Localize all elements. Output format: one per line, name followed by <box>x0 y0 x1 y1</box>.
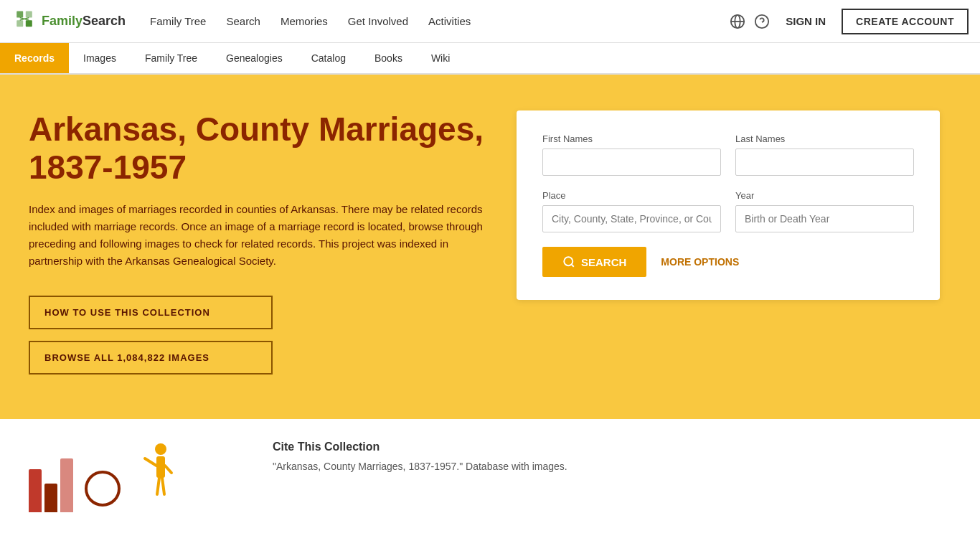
svg-line-12 <box>571 264 573 266</box>
search-row-names: First Names Last Names <box>542 133 914 176</box>
bar-3 <box>60 458 73 512</box>
logo-icon <box>11 9 37 34</box>
year-field: Year <box>735 190 914 232</box>
main-nav: Family Tree Search Memories Get Involved… <box>143 11 730 32</box>
create-account-button[interactable]: CREATE ACCOUNT <box>842 9 969 34</box>
place-input[interactable] <box>542 205 721 232</box>
search-row-place-year: Place Year <box>542 190 914 232</box>
first-names-input[interactable] <box>542 149 721 176</box>
hero-section: Arkansas, County Marriages, 1837-1957 In… <box>0 75 980 419</box>
svg-point-11 <box>564 257 573 265</box>
nav-search[interactable]: Search <box>219 11 268 32</box>
top-navigation: FamilySearch Family Tree Search Memories… <box>0 0 980 43</box>
first-names-field: First Names <box>542 133 721 176</box>
illustration-circle-group <box>85 471 121 509</box>
search-card: First Names Last Names Place Year <box>517 110 940 300</box>
nav-activities[interactable]: Activities <box>421 11 478 32</box>
globe-icon-button[interactable] <box>730 14 745 29</box>
how-to-use-button[interactable]: HOW TO USE THIS COLLECTION <box>29 296 273 329</box>
tab-books[interactable]: Books <box>360 43 417 73</box>
nav-right: SIGN IN CREATE ACCOUNT <box>730 9 969 34</box>
hero-left: Arkansas, County Marriages, 1837-1957 In… <box>29 110 488 375</box>
search-button[interactable]: SEARCH <box>542 247 646 277</box>
tab-records[interactable]: Records <box>0 43 69 73</box>
nav-family-tree[interactable]: Family Tree <box>143 11 213 32</box>
svg-line-16 <box>165 466 171 473</box>
browse-images-button[interactable]: BROWSE ALL 1,084,822 IMAGES <box>29 341 273 375</box>
svg-point-13 <box>155 443 166 455</box>
place-field: Place <box>542 190 721 232</box>
hero-buttons: HOW TO USE THIS COLLECTION BROWSE ALL 1,… <box>29 296 273 375</box>
nav-memories[interactable]: Memories <box>273 11 335 32</box>
last-names-field: Last Names <box>735 133 914 176</box>
search-button-label: SEARCH <box>581 256 626 268</box>
tab-images[interactable]: Images <box>69 43 131 73</box>
svg-rect-14 <box>156 456 165 478</box>
svg-rect-0 <box>17 11 23 17</box>
svg-line-15 <box>145 458 156 466</box>
search-icon <box>562 255 575 268</box>
search-actions: SEARCH MORE OPTIONS <box>542 247 914 277</box>
tab-genealogies[interactable]: Genealogies <box>212 43 297 73</box>
illustration-person <box>132 441 175 512</box>
sign-in-link[interactable]: SIGN IN <box>778 11 833 32</box>
svg-rect-3 <box>26 20 32 27</box>
cite-text: "Arkansas, County Marriages, 1837-1957."… <box>273 459 951 474</box>
cite-section: Cite This Collection "Arkansas, County M… <box>273 441 951 474</box>
last-names-input[interactable] <box>735 149 914 176</box>
second-navigation: Records Images Family Tree Genealogies C… <box>0 43 980 75</box>
bottom-section: Cite This Collection "Arkansas, County M… <box>0 419 980 534</box>
tab-wiki[interactable]: Wiki <box>417 43 464 73</box>
last-names-label: Last Names <box>735 133 914 144</box>
page-title: Arkansas, County Marriages, 1837-1957 <box>29 110 488 187</box>
first-names-label: First Names <box>542 133 721 144</box>
logo-text: FamilySearch <box>42 14 126 29</box>
bar-1 <box>29 469 42 512</box>
bar-2 <box>44 484 57 512</box>
cite-title: Cite This Collection <box>273 441 951 453</box>
svg-rect-2 <box>17 20 23 27</box>
svg-line-17 <box>157 478 159 494</box>
more-options-link[interactable]: MORE OPTIONS <box>661 256 739 268</box>
tab-catalog[interactable]: Catalog <box>297 43 360 73</box>
help-icon-button[interactable] <box>754 14 770 29</box>
year-label: Year <box>735 190 914 201</box>
tab-family-tree[interactable]: Family Tree <box>131 43 212 73</box>
year-input[interactable] <box>735 205 914 232</box>
globe-icon <box>730 14 745 29</box>
nav-get-involved[interactable]: Get Involved <box>341 11 415 32</box>
help-icon <box>754 14 770 29</box>
logo-link[interactable]: FamilySearch <box>11 9 126 34</box>
illustration <box>29 441 244 512</box>
illustration-bars <box>29 455 73 512</box>
svg-line-18 <box>162 478 164 494</box>
svg-rect-1 <box>26 11 32 17</box>
hero-description: Index and images of marriages recorded i… <box>29 201 488 270</box>
place-label: Place <box>542 190 721 201</box>
illustration-circle <box>85 471 121 507</box>
